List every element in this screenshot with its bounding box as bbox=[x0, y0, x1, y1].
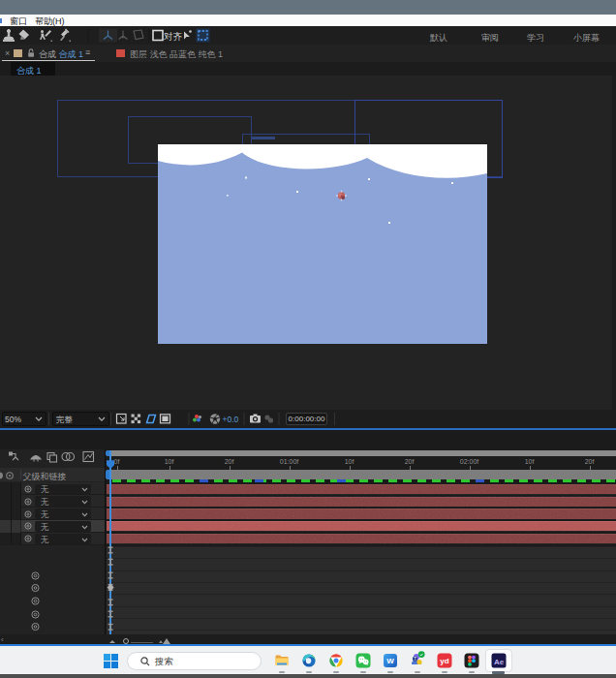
svg-text:yd: yd bbox=[440, 657, 448, 665]
svg-text:Ae: Ae bbox=[494, 657, 505, 665]
svg-text:W: W bbox=[386, 657, 394, 665]
svg-text:T: T bbox=[414, 657, 416, 662]
